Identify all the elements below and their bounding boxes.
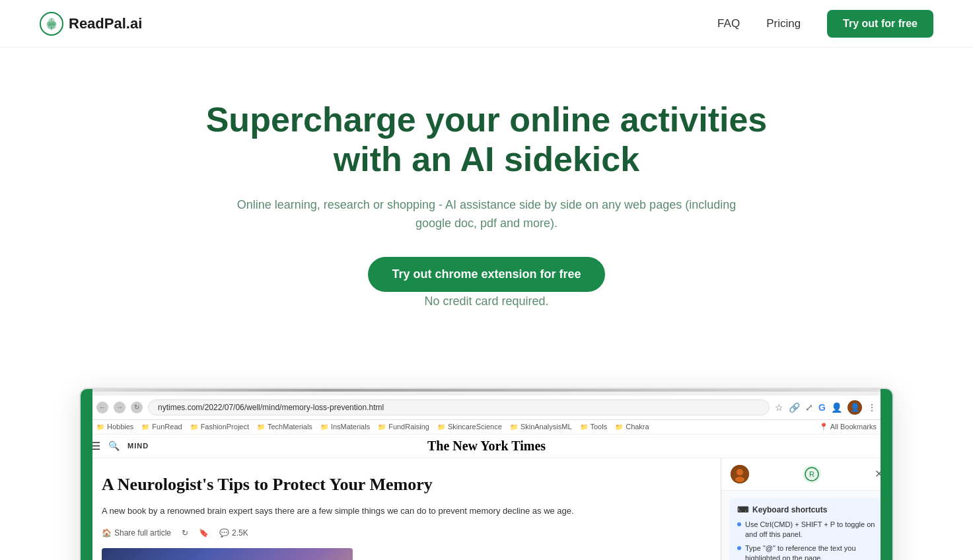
- nyt-search-icon[interactable]: 🔍: [108, 440, 120, 451]
- bookmark-insmaterials[interactable]: 📁 InsMaterials: [320, 423, 370, 431]
- refresh-button[interactable]: ↻: [131, 402, 143, 413]
- bookmark-label: FashionProject: [201, 423, 249, 431]
- nyt-logo: The New York Times: [427, 438, 546, 454]
- try-free-button-header[interactable]: Try out for free: [827, 10, 933, 38]
- bookmark-fundraising[interactable]: 📁 FundRaising: [378, 423, 429, 431]
- shortcut-dot: [737, 522, 741, 526]
- back-button[interactable]: ←: [96, 402, 108, 413]
- share-label: Share full article: [114, 528, 171, 538]
- extension-icon[interactable]: 🔗: [789, 402, 800, 413]
- bookmark-label: TechMaterials: [268, 423, 312, 431]
- folder-icon: 📁: [378, 423, 386, 431]
- bookmark-label: SkincareScience: [448, 423, 502, 431]
- browser-right-accent: [881, 389, 892, 560]
- comments-action[interactable]: 💬 2.5K: [219, 528, 248, 538]
- bookmark-label: FunRead: [152, 423, 182, 431]
- forward-button[interactable]: →: [114, 402, 126, 413]
- comment-icon: 💬: [219, 528, 229, 538]
- profile-icon[interactable]: 👤: [831, 402, 842, 413]
- avatar-circle[interactable]: 👤: [847, 400, 862, 415]
- chrome-topbar: ← → ↻ nytimes.com/2022/07/06/well/mind/m…: [81, 392, 892, 435]
- folder-icon: 📁: [190, 423, 198, 431]
- g-icon[interactable]: G: [818, 402, 826, 413]
- article-subtitle: A new book by a renowned brain expert sa…: [102, 505, 700, 518]
- bookmark-label: FundRaising: [388, 423, 429, 431]
- svg-point-8: [737, 469, 743, 475]
- shortcut-item-2: Type "@" to reference the text you highl…: [737, 543, 877, 560]
- readpal-panel: R ✕ ⌨ Keyboard shortcuts: [721, 458, 892, 560]
- browser-page-content: ☰ 🔍 MIND The New York Times A Neurologis…: [81, 435, 892, 560]
- keyboard-icon: ⌨: [737, 505, 748, 514]
- user-avatar: [731, 465, 749, 483]
- hero-section: Supercharge your online activities with …: [0, 48, 973, 361]
- hero-cta-button[interactable]: Try out chrome extension for free: [368, 257, 604, 292]
- chrome-right-icons: ☆ 🔗 ⤢ G 👤 👤 ⋮: [775, 400, 877, 415]
- logo-text: ReadPal.ai: [69, 15, 142, 32]
- bookmark-hobbies[interactable]: 📁 Hobbies: [96, 423, 133, 431]
- article-image: [102, 548, 353, 560]
- bookmark-skincarescience[interactable]: 📁 SkincareScience: [437, 423, 502, 431]
- bookmark-star-icon[interactable]: ☆: [775, 402, 783, 413]
- panel-header: R ✕: [721, 458, 892, 491]
- header: ReadPal.ai FAQ Pricing Try out for free: [0, 0, 973, 48]
- hero-subtext: Online learning, research or shopping - …: [223, 195, 751, 234]
- address-bar[interactable]: nytimes.com/2022/07/06/well/mind/memory-…: [148, 400, 770, 415]
- bookmark-label: 📍 All Bookmarks: [819, 423, 877, 431]
- folder-icon: 📁: [580, 423, 588, 431]
- share-icon: 🏠: [102, 528, 112, 538]
- nyt-article-text: A Neurologist's Tips to Protect Your Mem…: [81, 458, 721, 560]
- bookmark-tools[interactable]: 📁 Tools: [580, 423, 608, 431]
- folder-icon: 📁: [320, 423, 328, 431]
- browser-mockup: ← → ↻ nytimes.com/2022/07/06/well/mind/m…: [79, 388, 894, 560]
- no-credit-card-text: No credit card required.: [223, 292, 751, 311]
- readpal-panel-icon: R: [803, 465, 821, 483]
- shortcut-dot: [737, 546, 741, 550]
- keyboard-shortcuts-card: ⌨ Keyboard shortcuts Use Ctrl(CMD) + SHI…: [729, 499, 884, 560]
- bookmark-label: Tools: [591, 423, 608, 431]
- bookmark-techmaterials[interactable]: 📁 TechMaterials: [257, 423, 312, 431]
- svg-text:R: R: [809, 470, 814, 478]
- bookmark-fashionproject[interactable]: 📁 FashionProject: [190, 423, 249, 431]
- bookmark-funread[interactable]: 📁 FunRead: [141, 423, 182, 431]
- shortcut-item-1: Use Ctrl(CMD) + SHIFT + P to toggle on a…: [737, 520, 877, 540]
- readpal-logo-icon: R: [805, 467, 819, 481]
- nyt-article-area: A Neurologist's Tips to Protect Your Mem…: [81, 458, 892, 560]
- hero-headline: Supercharge your online activities with …: [190, 100, 784, 180]
- user-avatar-image: [731, 465, 749, 483]
- svg-point-9: [735, 477, 744, 482]
- panel-body: ⌨ Keyboard shortcuts Use Ctrl(CMD) + SHI…: [721, 491, 892, 560]
- nav-link-faq[interactable]: FAQ: [717, 17, 740, 30]
- folder-icon: 📁: [437, 423, 445, 431]
- nyt-article-content: ☰ 🔍 MIND The New York Times A Neurologis…: [81, 435, 892, 560]
- folder-icon: 📁: [510, 423, 518, 431]
- hamburger-icon[interactable]: ☰: [91, 440, 100, 452]
- bookmark-allbookmarks[interactable]: 📍 All Bookmarks: [819, 423, 877, 431]
- bookmark-action[interactable]: 🔖: [199, 528, 209, 538]
- bookmark-chakra[interactable]: 📁 Chakra: [615, 423, 649, 431]
- chrome-address-row: ← → ↻ nytimes.com/2022/07/06/well/mind/m…: [89, 396, 884, 420]
- bookmark-label: InsMaterials: [331, 423, 370, 431]
- folder-icon: 📁: [96, 423, 104, 431]
- bookmark-icon: 🔖: [199, 528, 209, 538]
- zoom-icon[interactable]: ⤢: [805, 402, 813, 413]
- logo[interactable]: ReadPal.ai: [40, 12, 142, 36]
- folder-icon: 📁: [615, 423, 623, 431]
- article-actions-bar: 🏠 Share full article ↻ 🔖 💬 2.5K: [102, 528, 700, 538]
- bookmark-skinanalysisml[interactable]: 📁 SkinAnalysisML: [510, 423, 572, 431]
- bookmark-label: Hobbies: [107, 423, 133, 431]
- browser-left-accent: [81, 389, 92, 560]
- save-action[interactable]: ↻: [182, 528, 188, 538]
- logo-icon: [40, 12, 63, 36]
- shortcuts-title: ⌨ Keyboard shortcuts: [737, 505, 877, 514]
- nav: FAQ Pricing Try out for free: [717, 10, 933, 38]
- nyt-top-bar: ☰ 🔍 MIND The New York Times: [81, 435, 892, 458]
- share-action[interactable]: 🏠 Share full article: [102, 528, 171, 538]
- bookmark-label: Chakra: [626, 423, 649, 431]
- nyt-section-label: MIND: [127, 442, 149, 450]
- save-icon: ↻: [182, 528, 188, 538]
- folder-icon: 📁: [141, 423, 149, 431]
- bookmark-label: SkinAnalysisML: [521, 423, 572, 431]
- nav-link-pricing[interactable]: Pricing: [766, 17, 801, 30]
- more-options-icon[interactable]: ⋮: [867, 402, 877, 413]
- bookmarks-bar: 📁 Hobbies 📁 FunRead 📁 FashionProject 📁 T…: [89, 420, 884, 435]
